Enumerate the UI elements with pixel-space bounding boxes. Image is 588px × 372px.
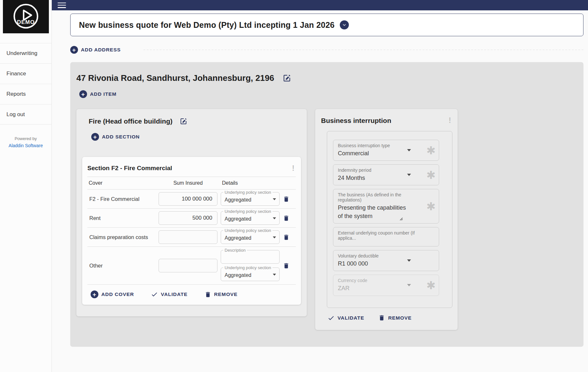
caret-down-icon xyxy=(273,274,276,276)
trash-icon xyxy=(283,215,290,222)
description-field[interactable]: Description xyxy=(221,250,280,264)
the-business-textarea[interactable]: The business (As defined in the regulati… xyxy=(333,189,439,224)
the-business-value: Presenting the capabilities of the syste… xyxy=(338,203,424,220)
aladdin-software-link[interactable]: Aladdin Software xyxy=(0,143,51,148)
add-item-button[interactable]: + ADD ITEM xyxy=(79,90,116,98)
col-cover: Cover xyxy=(87,180,155,186)
warning-icon: ! xyxy=(292,165,296,172)
underlying-policy-select[interactable]: Underlying policy section Aggregated xyxy=(221,192,280,206)
remove-section-button[interactable]: REMOVE xyxy=(205,291,238,298)
external-coupon-field[interactable]: External underlying coupon number (If ap… xyxy=(333,227,439,246)
indemnity-period-value: 24 Months xyxy=(338,174,424,182)
sum-insured-input[interactable] xyxy=(159,259,217,272)
table-row: Other Description Underlying pol xyxy=(87,247,296,285)
underlying-policy-label: Underlying policy section xyxy=(223,265,272,270)
business-interruption-card: Business interruption ! Business interru… xyxy=(315,109,458,330)
remove-label: REMOVE xyxy=(388,315,412,321)
play-demo-icon: DEMO xyxy=(7,2,45,32)
add-section-button[interactable]: + ADD SECTION xyxy=(91,133,140,141)
address-title: 47 Rivonia Road, Sandhurst, Johannesburg… xyxy=(76,73,274,83)
external-coupon-label: External underlying coupon number (If ap… xyxy=(338,230,424,241)
underlying-policy-select[interactable]: Underlying policy section Aggregated xyxy=(221,211,280,225)
details-stack: Description Underlying policy section Ag… xyxy=(221,250,280,281)
edit-item-button[interactable] xyxy=(180,117,187,125)
caret-down-icon xyxy=(273,217,276,219)
svg-text:DEMO: DEMO xyxy=(17,19,35,25)
content: New business quote for Web Demo (Pty) Lt… xyxy=(52,10,588,372)
the-business-label: The business (As defined in the regulati… xyxy=(338,192,424,202)
sidebar-item-logout[interactable]: Log out xyxy=(0,104,51,125)
col-details: Details xyxy=(221,180,280,186)
underlying-policy-value: Aggregated xyxy=(225,197,251,203)
add-section-label: ADD SECTION xyxy=(102,134,140,140)
section-title: Section F2 - Fire Commercial xyxy=(87,165,292,172)
bi-type-label: Business interruption type xyxy=(338,143,424,148)
demo-logo[interactable]: DEMO xyxy=(3,0,49,33)
currency-code-value: ZAR xyxy=(338,284,424,292)
add-address-button[interactable]: + ADD ADDRESS xyxy=(70,46,121,54)
bi-type-select[interactable]: Business interruption type Commercial ✱ xyxy=(333,140,439,161)
trash-icon xyxy=(283,196,290,202)
bi-actions: VALIDATE REMOVE xyxy=(327,314,452,322)
sum-insured-input[interactable] xyxy=(159,211,217,225)
underlying-policy-select[interactable]: Underlying policy section Aggregated xyxy=(221,268,280,281)
expand-quote-button[interactable] xyxy=(340,20,349,29)
table-row: F2 - Fire Commercial Underlying policy s… xyxy=(87,190,296,209)
section-card: Section F2 - Fire Commercial ! Cover Sum… xyxy=(82,157,301,305)
sidebar-item-reports[interactable]: Reports xyxy=(0,84,51,104)
sum-insured-input[interactable] xyxy=(159,230,217,244)
section-actions: + ADD COVER VALIDATE REMOVE xyxy=(87,285,296,300)
table-row: Claims preparation costs Underlying poli… xyxy=(87,228,296,247)
sidebar: DEMO Underwriting Finance Reports Log ou… xyxy=(0,0,52,372)
plus-icon: + xyxy=(79,90,87,98)
indemnity-period-select[interactable]: Indemnity period 24 Months ✱ xyxy=(333,164,439,185)
trash-icon xyxy=(283,262,290,269)
trash-icon xyxy=(283,234,290,241)
validate-label: VALIDATE xyxy=(161,291,187,297)
underlying-policy-label: Underlying policy section xyxy=(223,228,272,233)
app-root: DEMO Underwriting Finance Reports Log ou… xyxy=(0,0,588,372)
trash-icon xyxy=(205,291,211,298)
item-header: Fire (Head office building) xyxy=(82,117,301,125)
delete-cover-button[interactable] xyxy=(283,196,296,202)
validate-bi-button[interactable]: VALIDATE xyxy=(327,314,364,322)
sidebar-item-label: Underwriting xyxy=(6,50,37,57)
delete-cover-button[interactable] xyxy=(283,234,296,241)
caret-down-icon xyxy=(407,284,411,286)
quote-header: New business quote for Web Demo (Pty) Lt… xyxy=(70,14,583,36)
edit-icon xyxy=(180,117,187,125)
edit-address-button[interactable] xyxy=(283,74,291,82)
address-panel: 47 Rivonia Road, Sandhurst, Johannesburg… xyxy=(70,62,583,347)
plus-icon: + xyxy=(70,46,78,54)
cover-name: F2 - Fire Commercial xyxy=(87,196,155,202)
validate-section-button[interactable]: VALIDATE xyxy=(151,291,187,298)
currency-code-select: Currency code ZAR ✱ xyxy=(333,275,439,296)
underlying-policy-value: Aggregated xyxy=(225,272,251,278)
delete-cover-button[interactable] xyxy=(283,262,296,269)
cover-name: Rent xyxy=(87,215,155,221)
menu-icon[interactable] xyxy=(58,3,66,8)
underlying-policy-value: Aggregated xyxy=(225,235,251,241)
sidebar-item-finance[interactable]: Finance xyxy=(0,63,51,84)
plus-icon: + xyxy=(91,290,98,298)
sum-insured-input[interactable] xyxy=(159,192,217,206)
cards-row: Fire (Head office building) + xyxy=(76,109,577,330)
voluntary-deductible-select[interactable]: Voluntary deductible R1 000 000 xyxy=(333,250,439,271)
underlying-policy-select[interactable]: Underlying policy section Aggregated xyxy=(221,230,280,244)
sidebar-item-underwriting[interactable]: Underwriting xyxy=(0,43,51,63)
remove-bi-button[interactable]: REMOVE xyxy=(378,314,412,321)
edit-icon xyxy=(283,74,291,82)
resize-handle-icon[interactable] xyxy=(399,216,403,222)
drop-zone-dashes xyxy=(143,49,583,50)
required-asterisk-icon: ✱ xyxy=(427,201,436,212)
chevron-down-icon xyxy=(341,22,347,28)
delete-cover-button[interactable] xyxy=(283,215,296,222)
validate-label: VALIDATE xyxy=(338,315,364,321)
caret-down-icon xyxy=(407,174,411,176)
add-address-row: + ADD ADDRESS xyxy=(70,46,583,54)
section-header: Section F2 - Fire Commercial ! xyxy=(87,165,296,172)
required-asterisk-icon: ✱ xyxy=(427,280,436,291)
caret-down-icon xyxy=(273,236,276,238)
add-cover-button[interactable]: + ADD COVER xyxy=(91,290,134,298)
trash-icon xyxy=(378,314,385,321)
